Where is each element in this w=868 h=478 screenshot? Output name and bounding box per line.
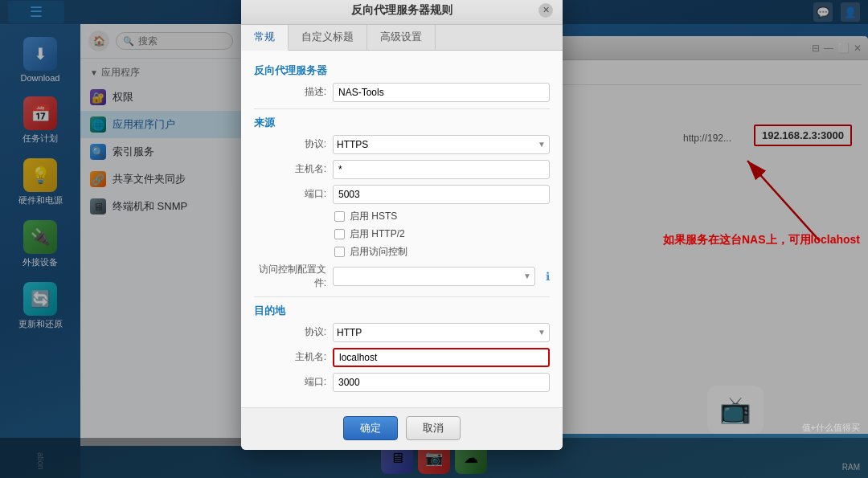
label-port-src: 端口:	[254, 187, 326, 201]
label-access-config: 访问控制配置文件:	[254, 263, 326, 290]
input-hostname-src[interactable]	[333, 160, 550, 179]
checkbox-row-access: 启用访问控制	[254, 245, 550, 259]
form-row-hostname-dst: 主机名:	[254, 348, 550, 367]
modal-title: 反向代理服务器规则	[265, 3, 538, 18]
checkbox-row-http2: 启用 HTTP/2	[254, 227, 550, 241]
modal-titlebar: 反向代理服务器规则 ✕	[241, 0, 563, 25]
select-protocol-src[interactable]: HTTPS ▼	[333, 135, 550, 154]
input-desc[interactable]	[333, 83, 550, 102]
annotation-text: 如果服务在这台NAS上，可用loclahost	[663, 233, 860, 246]
select-arrow-dst: ▼	[538, 328, 546, 337]
label-http2: 启用 HTTP/2	[350, 227, 405, 241]
checkbox-access[interactable]	[334, 247, 345, 257]
form-row-protocol-src: 协议: HTTPS ▼	[254, 135, 550, 154]
select-access-config[interactable]: ▼	[333, 267, 535, 286]
tab-custom-header[interactable]: 自定义标题	[289, 25, 367, 50]
input-hostname-dst[interactable]	[333, 348, 550, 367]
form-row-hostname-src: 主机名:	[254, 160, 550, 179]
select-protocol-dst[interactable]: HTTP ▼	[333, 323, 550, 342]
section-proxy-label: 反向代理服务器	[254, 63, 550, 78]
select-arrow-src: ▼	[538, 140, 546, 149]
input-port-src[interactable]	[333, 185, 550, 204]
checkbox-hsts[interactable]	[334, 211, 345, 222]
label-access: 启用访问控制	[350, 245, 407, 259]
form-row-protocol-dst: 协议: HTTP ▼	[254, 323, 550, 342]
section-dest-label: 目的地	[254, 304, 550, 318]
select-protocol-dst-value: HTTP	[337, 327, 362, 338]
form-row-desc: 描述:	[254, 83, 550, 102]
form-row-port-dst: 端口:	[254, 373, 550, 392]
select-arrow-config: ▼	[523, 272, 531, 280]
watermark: 值+什么值得买	[802, 422, 860, 434]
checkbox-row-hsts: 启用 HSTS	[254, 210, 550, 223]
modal-close-button[interactable]: ✕	[538, 3, 553, 18]
label-hostname-dst: 主机名:	[254, 350, 326, 364]
label-hsts: 启用 HSTS	[350, 210, 397, 223]
modal-tabs: 常规 自定义标题 高级设置	[241, 25, 563, 51]
tab-general[interactable]: 常规	[241, 25, 289, 51]
select-protocol-src-value: HTTPS	[337, 139, 368, 150]
info-icon[interactable]: ℹ	[546, 270, 550, 283]
form-row-port-src: 端口:	[254, 185, 550, 204]
section-source-label: 来源	[254, 116, 550, 130]
label-port-dst: 端口:	[254, 375, 326, 389]
confirm-button[interactable]: 确定	[343, 416, 398, 440]
annotation-area: 如果服务在这台NAS上，可用loclahost	[663, 233, 860, 247]
cancel-button[interactable]: 取消	[406, 416, 461, 440]
label-hostname-src: 主机名:	[254, 162, 326, 176]
label-protocol-dst: 协议:	[254, 325, 326, 339]
divider-2	[254, 296, 550, 297]
modal-dialog: 反向代理服务器规则 ✕ 常规 自定义标题 高级设置 反向代理服务器 描述: 来源	[241, 0, 563, 450]
divider-1	[254, 108, 550, 109]
form-row-access-config: 访问控制配置文件: ▼ ℹ	[254, 263, 550, 290]
checkbox-http2[interactable]	[334, 229, 345, 239]
label-desc: 描述:	[254, 85, 326, 99]
modal-body: 反向代理服务器 描述: 来源 协议: HTTPS ▼ 主机名:	[241, 51, 563, 407]
input-port-dst[interactable]	[333, 373, 550, 392]
modal-footer: 确定 取消	[241, 407, 563, 450]
label-protocol-src: 协议:	[254, 137, 326, 151]
tab-advanced[interactable]: 高级设置	[367, 25, 436, 50]
desktop: ☰ 💬 👤 ⬇ Download 📅 任务计划 💡 硬件和电源 🔌 外接设备 🔄…	[0, 0, 868, 478]
